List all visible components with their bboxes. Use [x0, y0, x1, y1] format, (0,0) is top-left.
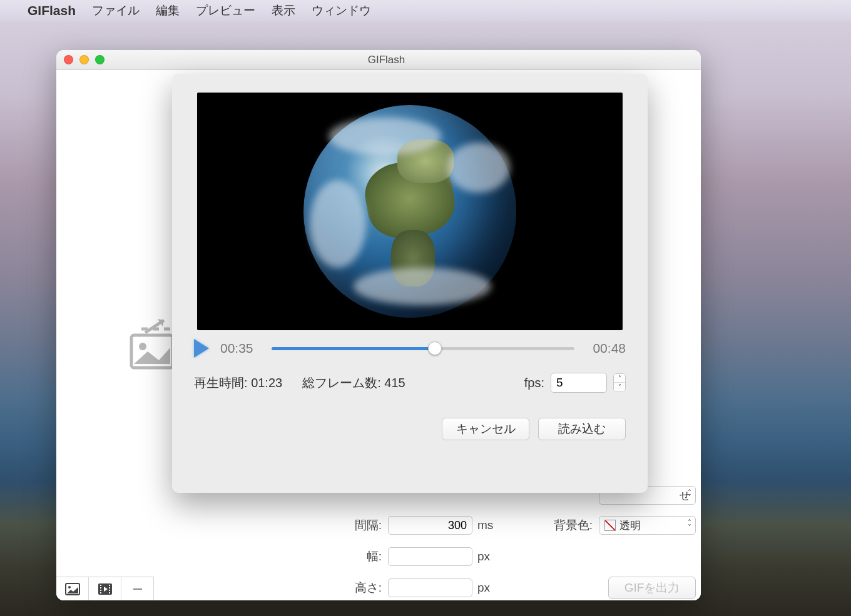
svg-rect-11: [109, 585, 110, 586]
fps-step-down[interactable]: ˅: [614, 383, 625, 391]
fps-input[interactable]: [551, 373, 607, 393]
info-row: 再生時間: 01:23 総フレーム数: 415 fps: ˄ ˅: [194, 373, 626, 393]
svg-point-1: [139, 343, 146, 350]
transport-bar: 00:35 00:48: [194, 339, 626, 358]
bgcolor-value: 透明: [619, 518, 641, 533]
height-label: 高さ:: [263, 580, 388, 596]
window-minimize-button[interactable]: [79, 55, 89, 64]
svg-rect-9: [100, 590, 101, 591]
svg-rect-7: [100, 585, 101, 586]
duration-display: 再生時間: 01:23: [194, 375, 282, 391]
svg-point-5: [68, 586, 71, 588]
seek-slider[interactable]: [272, 341, 574, 355]
width-input[interactable]: [388, 547, 472, 566]
fps-stepper[interactable]: ˄ ˅: [613, 373, 626, 392]
interval-input[interactable]: [388, 516, 472, 535]
add-video-button[interactable]: [89, 577, 121, 600]
interval-label: 間隔:: [263, 517, 388, 533]
video-preview: [197, 93, 623, 330]
mac-menubar: GIFlash ファイル 編集 プレビュー 表示 ウィンドウ: [0, 0, 851, 21]
svg-rect-10: [100, 592, 101, 593]
chevron-updown-icon: ˄˅: [688, 520, 691, 530]
menu-file[interactable]: ファイル: [92, 3, 140, 19]
fps-label: fps:: [524, 376, 544, 390]
video-import-sheet: 00:35 00:48 再生時間: 01:23 総フレーム数: 415 fps:…: [172, 74, 648, 493]
transparent-swatch-icon: [604, 520, 616, 531]
window-title: GIFlash: [111, 54, 662, 66]
height-input[interactable]: [388, 578, 472, 597]
load-button[interactable]: 読み込む: [538, 418, 626, 440]
svg-rect-8: [100, 587, 101, 588]
add-image-button[interactable]: [56, 577, 89, 600]
svg-rect-13: [109, 590, 110, 591]
width-unit: px: [477, 550, 490, 563]
height-unit: px: [477, 581, 490, 595]
time-total: 00:48: [586, 341, 626, 356]
interval-unit: ms: [477, 518, 493, 532]
chevron-updown-icon: ˄˅: [688, 490, 691, 500]
window-titlebar[interactable]: GIFlash: [56, 50, 701, 70]
menu-window[interactable]: ウィンドウ: [312, 3, 371, 19]
window-close-button[interactable]: [64, 55, 73, 64]
bottom-toolbar: [56, 577, 154, 600]
app-menu[interactable]: GIFlash: [28, 3, 76, 18]
earth-image: [303, 105, 516, 318]
bgcolor-select[interactable]: 透明 ˄˅: [599, 516, 696, 535]
fps-step-up[interactable]: ˄: [614, 374, 625, 383]
seek-thumb[interactable]: [428, 341, 442, 355]
svg-rect-12: [109, 587, 110, 588]
framecount-display: 総フレーム数: 415: [302, 375, 405, 391]
play-button[interactable]: [194, 339, 209, 358]
time-current: 00:35: [220, 341, 260, 356]
menu-view[interactable]: 表示: [272, 3, 295, 19]
menu-edit[interactable]: 編集: [156, 3, 180, 19]
export-gif-button: GIFを出力: [608, 577, 696, 599]
svg-rect-14: [109, 592, 110, 593]
width-label: 幅:: [263, 548, 388, 565]
remove-button[interactable]: [121, 577, 154, 600]
window-zoom-button[interactable]: [95, 55, 104, 64]
cancel-button[interactable]: キャンセル: [442, 418, 529, 440]
bgcolor-label: 背景色:: [554, 517, 593, 533]
menu-preview[interactable]: プレビュー: [196, 3, 255, 19]
